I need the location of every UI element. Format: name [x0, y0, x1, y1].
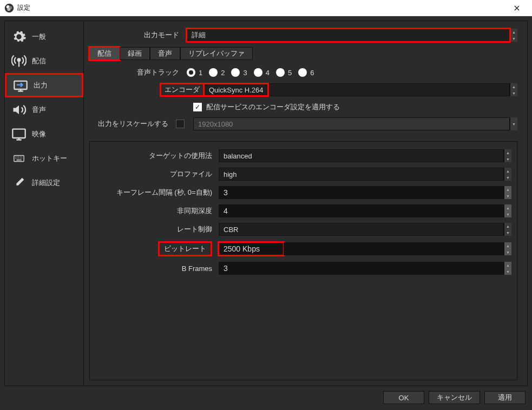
keyframe-label: キーフレーム間隔 (秒, 0=自動) — [95, 188, 219, 197]
output-mode-label: 出力モード — [89, 30, 187, 40]
profile-label: プロファイル — [95, 169, 219, 179]
bframes-input[interactable]: 3 — [219, 262, 504, 275]
enforce-label: 配信サービスのエンコーダ設定を適用する — [206, 102, 340, 112]
titlebar: 設定 — [0, 0, 532, 16]
ok-button[interactable]: OK — [383, 391, 424, 404]
sidebar-item-label: 音声 — [32, 105, 46, 115]
cancel-button[interactable]: キャンセル — [429, 391, 480, 404]
antenna-icon — [10, 55, 28, 68]
svg-point-3 — [7, 8, 10, 11]
async-depth-spin[interactable]: ▲▼ — [504, 204, 511, 217]
bitrate-label: ビットレート — [158, 241, 212, 256]
rescale-checkbox[interactable] — [176, 120, 185, 128]
rescale-select[interactable]: 1920x1080 — [193, 117, 510, 130]
bitrate-input-ext[interactable] — [284, 242, 504, 255]
keyframe-row: キーフレーム間隔 (秒, 0=自動) 3 ▲▼ — [95, 186, 511, 199]
sidebar-item-stream[interactable]: 配信 — [5, 49, 83, 73]
enforce-checkbox[interactable]: ✓ — [193, 103, 202, 111]
rescale-row: 出力をリスケールする 1920x1080 ▼ — [89, 117, 517, 130]
keyframe-input[interactable]: 3 — [219, 186, 504, 199]
audio-track-6[interactable]: 6 — [298, 68, 314, 77]
output-icon — [12, 79, 29, 92]
encoder-select[interactable] — [269, 83, 510, 96]
tab-record[interactable]: 録画 — [120, 47, 150, 60]
target-usage-spin[interactable]: ▲▼ — [504, 149, 511, 162]
audio-track-1[interactable]: 1 — [187, 68, 202, 77]
rate-control-row: レート制御 CBR ▲▼ — [95, 223, 511, 236]
encoder-settings-panel: ターゲットの使用法 balanced ▲▼ プロファイル high ▲▼ — [89, 141, 517, 380]
tab-replay-buffer[interactable]: リプレイバッファ — [180, 47, 253, 60]
bframes-spin[interactable]: ▲▼ — [504, 262, 511, 275]
sidebar-item-label: 一般 — [32, 32, 46, 42]
monitor-icon — [10, 128, 28, 141]
svg-rect-6 — [12, 129, 25, 137]
bitrate-spin[interactable]: ▲▼ — [504, 242, 511, 255]
enforce-row: ✓ 配信サービスのエンコーダ設定を適用する — [89, 102, 517, 112]
tab-stream[interactable]: 配信 — [89, 47, 120, 60]
footer: OK キャンセル 適用 — [4, 386, 528, 406]
audio-track-3[interactable]: 3 — [231, 68, 247, 77]
output-mode-spin[interactable]: ▲▼ — [510, 29, 517, 42]
bframes-label: B Frames — [95, 264, 219, 273]
audio-track-5[interactable]: 5 — [276, 68, 292, 77]
sidebar-item-general[interactable]: 一般 — [5, 24, 83, 49]
async-depth-row: 非同期深度 4 ▲▼ — [95, 204, 511, 217]
gear-icon — [10, 30, 28, 43]
apply-button[interactable]: 適用 — [484, 391, 526, 404]
window-title: 設定 — [17, 3, 506, 12]
rate-control-spin[interactable]: ▲▼ — [504, 223, 511, 236]
rate-control-select[interactable]: CBR — [219, 223, 504, 236]
target-usage-select[interactable]: balanced — [219, 149, 504, 162]
sidebar-item-label: ホットキー — [32, 154, 67, 163]
audio-track-2[interactable]: 2 — [209, 68, 225, 77]
rescale-value: 1920x1080 — [198, 120, 233, 128]
profile-spin[interactable]: ▲▼ — [504, 168, 511, 181]
bitrate-input[interactable]: 2500 Kbps — [219, 242, 284, 255]
encoder-label: エンコーダ — [160, 83, 205, 97]
keyboard-icon — [10, 152, 28, 165]
sidebar-item-output[interactable]: 出力 — [5, 73, 83, 97]
encoder-row: エンコーダ QuickSync H.264 ▲▼ — [89, 83, 517, 97]
sidebar-item-advanced[interactable]: 詳細設定 — [5, 170, 83, 195]
target-usage-label: ターゲットの使用法 — [95, 151, 219, 161]
profile-row: プロファイル high ▲▼ — [95, 168, 511, 181]
main-area: 一般 配信 出力 音声 — [4, 21, 528, 386]
sidebar-item-audio[interactable]: 音声 — [5, 97, 83, 122]
close-button[interactable] — [506, 1, 528, 16]
output-mode-select[interactable]: 詳細 — [187, 29, 510, 42]
sidebar-item-label: 詳細設定 — [32, 178, 60, 188]
rescale-label: 出力をリスケールする — [89, 119, 176, 129]
profile-select[interactable]: high — [219, 168, 504, 181]
encoder-spin[interactable]: ▲▼ — [510, 83, 517, 96]
tab-audio[interactable]: 音声 — [150, 47, 180, 60]
target-usage-row: ターゲットの使用法 balanced ▲▼ — [95, 149, 511, 162]
sidebar: 一般 配信 出力 音声 — [5, 21, 84, 386]
output-mode-value: 詳細 — [192, 30, 206, 40]
sidebar-item-label: 出力 — [34, 81, 48, 90]
rate-control-label: レート制御 — [95, 224, 219, 234]
settings-window: 設定 一般 配信 — [0, 0, 532, 410]
tools-icon — [10, 176, 28, 189]
output-tabs: 配信 録画 音声 リプレイバッファ — [89, 47, 517, 60]
bframes-row: B Frames 3 ▲▼ — [95, 262, 511, 275]
audio-track-row: 音声トラック 1 2 3 4 5 6 — [89, 68, 517, 77]
encoder-value-hl: QuickSync H.264 — [205, 83, 269, 97]
async-depth-input[interactable]: 4 — [219, 204, 504, 217]
rescale-dropdown-btn[interactable]: ▼ — [510, 117, 517, 130]
app-icon — [4, 3, 14, 13]
output-mode-row: 出力モード 詳細 ▲▼ — [89, 29, 517, 42]
sidebar-item-video[interactable]: 映像 — [5, 122, 83, 146]
keyframe-spin[interactable]: ▲▼ — [504, 186, 511, 199]
audio-track-label: 音声トラック — [89, 68, 187, 77]
audio-track-4[interactable]: 4 — [254, 68, 270, 77]
sidebar-item-label: 映像 — [32, 129, 46, 139]
bitrate-row: ビットレート 2500 Kbps ▲▼ — [95, 241, 511, 256]
speaker-icon — [10, 103, 28, 116]
async-depth-label: 非同期深度 — [95, 206, 219, 216]
sidebar-item-label: 配信 — [32, 56, 46, 66]
content-area: 出力モード 詳細 ▲▼ 配信 録画 音声 リプレイバッファ — [84, 21, 527, 386]
svg-point-4 — [18, 58, 21, 61]
window-body: 一般 配信 出力 音声 — [0, 16, 532, 410]
sidebar-item-hotkeys[interactable]: ホットキー — [5, 146, 83, 170]
